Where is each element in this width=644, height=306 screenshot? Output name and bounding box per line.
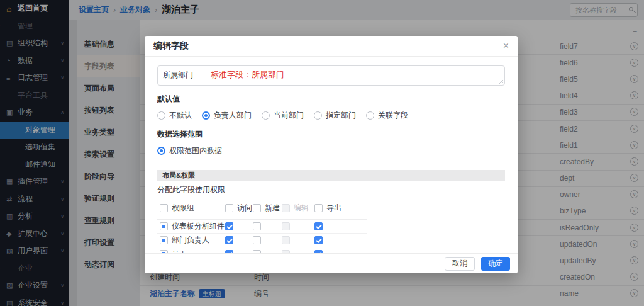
permission-group-cell: 员工	[160, 249, 225, 253]
modal-body: 所属部门 标准字段：所属部门 默认值 不默认 负责人部门 当前部门	[145, 57, 518, 253]
permission-column-header: 权限组	[160, 203, 225, 213]
confirm-button[interactable]: 确定	[481, 257, 510, 271]
radio-option[interactable]: 当前部门	[262, 110, 304, 121]
export-cell	[314, 236, 367, 244]
radio-icon	[157, 147, 165, 155]
radio-icon	[157, 111, 165, 120]
checkbox[interactable]	[225, 250, 233, 253]
radio-option[interactable]: 负责人部门	[202, 110, 252, 121]
edit-field-modal: 编辑字段 × 所属部门 标准字段：所属部门 默认值 不默认 负责人部门	[145, 36, 518, 273]
edit-cell	[282, 222, 314, 230]
permission-row: 员工	[157, 247, 367, 253]
radio-icon	[202, 111, 210, 120]
modal-title: 编辑字段	[153, 40, 189, 52]
permission-column-label: 权限组	[172, 203, 194, 213]
radio-option[interactable]: 不默认	[157, 110, 192, 121]
access-cell	[225, 222, 253, 230]
field-name-textarea[interactable]: 所属部门 标准字段：所属部门	[157, 65, 505, 86]
cancel-button[interactable]: 取消	[445, 257, 475, 271]
checkbox[interactable]	[225, 236, 233, 244]
assign-permission-label: 分配此字段使用权限	[157, 184, 505, 195]
checkbox	[282, 222, 290, 230]
annotation-text: 标准字段：所属部门	[211, 69, 284, 81]
checkbox[interactable]	[160, 222, 168, 230]
checkbox[interactable]	[282, 204, 290, 212]
checkbox[interactable]	[160, 250, 168, 253]
permission-column-header: 新建	[253, 203, 282, 213]
permission-group-label: 仪表板分析组件	[172, 221, 225, 232]
radio-icon	[314, 111, 322, 120]
radio-label: 不默认	[169, 110, 192, 121]
radio-label: 关联字段	[378, 110, 408, 121]
checkbox[interactable]	[314, 250, 323, 253]
field-name-value: 所属部门	[163, 70, 193, 81]
permission-column-label: 访问	[237, 203, 252, 213]
modal-header: 编辑字段 ×	[145, 36, 518, 57]
create-cell	[253, 236, 282, 244]
default-value-label: 默认值	[157, 94, 505, 105]
permission-column-label: 编辑	[294, 203, 309, 213]
close-icon[interactable]: ×	[503, 41, 509, 51]
checkbox[interactable]	[253, 222, 261, 230]
modal-footer: 取消 确定	[145, 253, 518, 273]
permission-table-header: 权限组 访问 新建 编辑 导出	[157, 201, 367, 220]
default-value-options: 不默认 负责人部门 当前部门 指定部门 关联字段	[157, 110, 505, 121]
radio-label: 当前部门	[274, 110, 304, 121]
data-range-label: 数据选择范围	[157, 129, 505, 140]
permission-column-header: 导出	[314, 203, 367, 213]
create-cell	[253, 222, 282, 230]
permission-column-label: 新建	[265, 203, 280, 213]
permission-rows: 仪表板分析组件 部门负责人	[157, 220, 367, 253]
permission-column-header: 访问	[225, 203, 253, 213]
radio-option[interactable]: 权限范围内数据	[157, 145, 222, 156]
checkbox[interactable]	[253, 250, 261, 253]
access-cell	[225, 236, 253, 244]
checkbox[interactable]	[160, 204, 168, 212]
permission-group-label: 员工	[172, 249, 187, 253]
data-range-options: 权限范围内数据	[157, 145, 505, 156]
permission-group-label: 部门负责人	[172, 235, 209, 246]
checkbox[interactable]	[314, 222, 323, 230]
export-cell	[314, 222, 367, 230]
checkbox[interactable]	[314, 204, 323, 212]
app-window: ⌂ 返回首页 ● 管理 ▤ 组织结构 ∨ ◔ 数据 ∨ ≡ 日志管理 ∨ ●	[0, 0, 644, 306]
resize-handle-icon[interactable]	[497, 78, 503, 84]
checkbox[interactable]	[253, 236, 261, 244]
radio-label: 负责人部门	[214, 110, 252, 121]
permission-table: 权限组 访问 新建 编辑 导出	[157, 201, 367, 253]
radio-option[interactable]: 指定部门	[314, 110, 356, 121]
radio-label: 权限范围内数据	[169, 145, 222, 156]
permission-column-label: 导出	[326, 203, 341, 213]
checkbox[interactable]	[160, 236, 168, 244]
checkbox	[282, 236, 290, 244]
permission-column-header: 编辑	[282, 203, 314, 213]
checkbox[interactable]	[253, 204, 261, 212]
radio-option[interactable]: 关联字段	[366, 110, 408, 121]
checkbox[interactable]	[225, 222, 233, 230]
permission-row: 仪表板分析组件	[157, 220, 367, 234]
checkbox[interactable]	[225, 204, 233, 212]
checkbox[interactable]	[314, 236, 323, 244]
edit-cell	[282, 236, 314, 244]
permission-row: 部门负责人	[157, 234, 367, 247]
permission-group-cell: 部门负责人	[160, 235, 225, 246]
radio-icon	[262, 111, 270, 120]
radio-label: 指定部门	[326, 110, 356, 121]
radio-icon	[366, 111, 374, 120]
checkbox	[282, 250, 290, 253]
permission-group-cell: 仪表板分析组件	[160, 221, 225, 232]
layout-permission-section-header: 布局&权限	[157, 170, 505, 181]
